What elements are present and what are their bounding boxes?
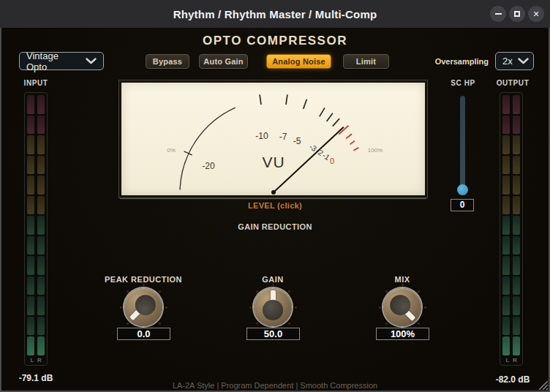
svg-text:0: 0	[330, 157, 334, 165]
page-title: OPTO COMPRESSOR	[1, 34, 549, 48]
svg-text:-7: -7	[279, 132, 287, 142]
output-meter-label: OUTPUT	[487, 79, 538, 87]
gain-value[interactable]: 50.0	[246, 328, 300, 340]
limit-button-label: Limit	[356, 57, 376, 66]
output-meter-left-column	[502, 95, 510, 355]
close-icon: ✕	[532, 10, 539, 18]
sidechain-hp-value[interactable]: 0	[451, 199, 474, 211]
vu-meter-face: -20 -10 -7 -5 -3 -2 -1 0 0% 100% VU	[121, 83, 425, 195]
sidechain-hp-slider-thumb[interactable]	[457, 184, 468, 195]
gain-knob[interactable]	[254, 288, 292, 326]
plugin-panel: OPTO COMPRESSOR Vintage Opto Bypass Auto…	[0, 28, 550, 392]
window-title: Rhythm / Rhythm Master / Multi-Comp	[173, 8, 377, 20]
chevron-down-icon	[86, 58, 97, 64]
model-select-dropdown[interactable]: Vintage Opto	[19, 52, 104, 70]
analog-noise-button[interactable]: Analog Noise	[266, 54, 331, 69]
model-select-value: Vintage Opto	[26, 50, 80, 72]
bypass-button[interactable]: Bypass	[146, 54, 189, 69]
minimize-button[interactable]	[490, 6, 506, 22]
output-level-meter: L R	[500, 92, 523, 366]
input-level-meter: L R	[24, 92, 48, 366]
minimize-icon	[495, 13, 502, 15]
svg-text:-20: -20	[202, 161, 215, 171]
close-button[interactable]: ✕	[528, 6, 544, 22]
input-meter-right-column	[37, 95, 45, 355]
input-channel-right-label: R	[35, 357, 44, 363]
auto-gain-button-label: Auto Gain	[203, 57, 243, 66]
maximize-icon	[514, 11, 520, 17]
window-titlebar[interactable]: Rhythm / Rhythm Master / Multi-Comp ✕	[0, 0, 550, 28]
limit-button[interactable]: Limit	[343, 54, 389, 69]
svg-text:100%: 100%	[368, 147, 383, 154]
analog-noise-button-label: Analog Noise	[272, 57, 325, 66]
plugin-window: Rhythm / Rhythm Master / Multi-Comp ✕ OP…	[0, 0, 550, 392]
svg-text:0%: 0%	[167, 147, 176, 154]
gain-label: GAIN	[214, 275, 331, 284]
output-channel-right-label: R	[511, 357, 519, 363]
vu-meter[interactable]: -20 -10 -7 -5 -3 -2 -1 0 0% 100% VU	[119, 80, 427, 197]
svg-text:-10: -10	[255, 131, 268, 141]
oversampling-label: Oversampling	[435, 57, 489, 66]
vu-mode-label: GAIN REDUCTION	[1, 222, 549, 231]
maximize-button[interactable]	[509, 6, 525, 22]
mix-knob[interactable]	[383, 288, 421, 326]
oversampling-dropdown[interactable]: 2x	[495, 52, 534, 70]
svg-text:VU: VU	[262, 154, 285, 170]
sidechain-hp-label: SC HP	[437, 79, 489, 87]
bypass-button-label: Bypass	[153, 57, 182, 66]
chevron-down-icon	[518, 58, 529, 64]
auto-gain-button[interactable]: Auto Gain	[199, 54, 248, 69]
output-meter-right-column	[513, 95, 520, 355]
mix-value[interactable]: 100%	[376, 328, 429, 340]
peak-reduction-knob[interactable]	[124, 288, 162, 326]
input-meter-label: INPUT	[10, 79, 61, 87]
oversampling-value: 2x	[502, 56, 513, 67]
svg-text:-5: -5	[293, 136, 301, 146]
input-meter-left-column	[27, 95, 34, 355]
footer-tagline: LA-2A Style | Program Dependent | Smooth…	[1, 381, 549, 390]
sidechain-hp-slider[interactable]	[460, 96, 465, 189]
resize-handle[interactable]	[537, 379, 548, 390]
peak-reduction-value[interactable]: 0.0	[117, 328, 170, 340]
knob-cap	[263, 300, 283, 320]
